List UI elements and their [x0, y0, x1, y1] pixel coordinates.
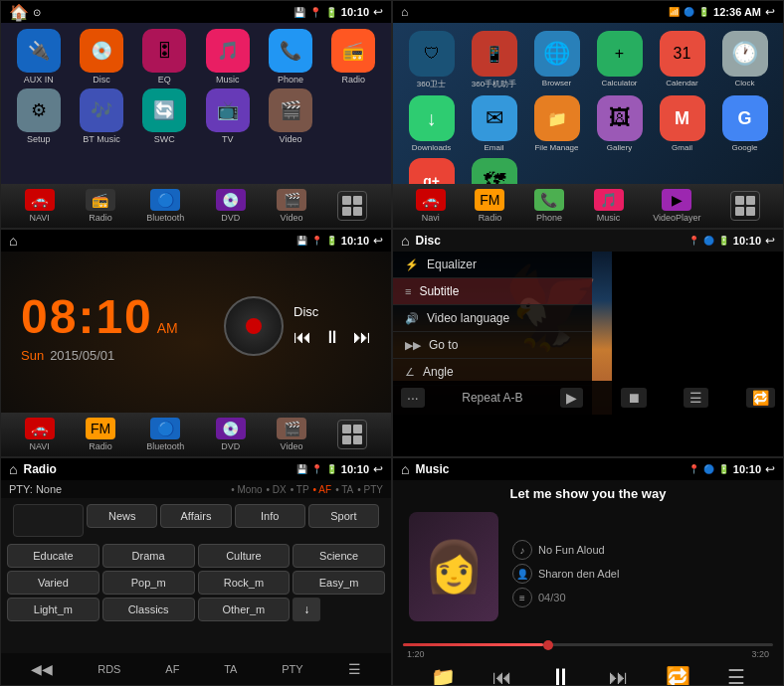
settings-icon[interactable]: ☰ [348, 661, 361, 677]
app-disc[interactable]: 💿 Disc [72, 29, 130, 85]
home-icon-2[interactable]: ⌂ [401, 5, 408, 19]
next-button[interactable]: ⏭ [353, 327, 371, 348]
nav2-phone[interactable]: 📞 Phone [534, 189, 564, 223]
radio-btn-lightm[interactable]: Light_m [7, 598, 99, 621]
nav3-bt[interactable]: 🔵 Bluetooth [146, 418, 184, 451]
app-calculator[interactable]: + Calculator [591, 31, 648, 89]
app-calendar[interactable]: 31 Calendar [654, 31, 710, 89]
p4-time: 10:10 [733, 235, 761, 247]
nav2-radio[interactable]: FM Radio [475, 189, 504, 223]
music-prev-btn[interactable]: ⏮ [492, 666, 512, 687]
app-email[interactable]: ✉ Email [466, 95, 522, 152]
radio-btn-varied[interactable]: Varied [7, 571, 99, 595]
app-clock[interactable]: 🕐 Clock [716, 31, 773, 89]
app-eq[interactable]: 🎛 EQ [135, 29, 194, 85]
app-video[interactable]: 🎬 Video [261, 88, 319, 144]
music-next-btn[interactable]: ⏭ [609, 666, 629, 687]
menu-goto[interactable]: ▶▶ Go to [393, 332, 592, 359]
radio-btn-popm[interactable]: Pop_m [102, 571, 195, 595]
radio-btn-info[interactable]: Info [235, 504, 305, 528]
back-icon-1[interactable]: ↩ [373, 5, 383, 19]
home-icon-3[interactable]: ⌂ [9, 233, 17, 249]
grid-button-3[interactable] [337, 420, 367, 449]
vol-down-icon[interactable]: ◀◀ [31, 661, 53, 677]
grid-button-2[interactable] [730, 191, 760, 221]
radio-btn-educate[interactable]: Educate [7, 544, 99, 568]
radio-indicators: • Mono • DX • TP • AF • TA • PTY [231, 484, 383, 495]
folder-button[interactable]: 📁 [431, 665, 456, 686]
app-filemanage[interactable]: 📁 File Manage [528, 95, 585, 152]
ta-button[interactable]: TA [224, 663, 237, 675]
back-icon-4[interactable]: ↩ [765, 234, 775, 248]
app-downloads[interactable]: ↓ Downloads [403, 95, 460, 152]
app-btmusic[interactable]: 🎶 BT Music [72, 88, 130, 144]
nav-video[interactable]: 🎬 Video [277, 189, 306, 223]
nav2-vp[interactable]: ▶ VideoPlayer [653, 189, 700, 223]
app-music[interactable]: 🎵 Music [198, 29, 257, 85]
app-browser[interactable]: 🌐 Browser [528, 31, 585, 89]
radio-btn-drama[interactable]: Drama [102, 544, 195, 568]
home-icon-6[interactable]: ⌂ [401, 461, 409, 477]
menu-subtitle[interactable]: ≡ Subtitle [393, 278, 592, 305]
music-repeat-btn[interactable]: 🔁 [666, 665, 690, 686]
app-phone[interactable]: 📞 Phone [261, 29, 319, 85]
app-google-label: Google [732, 143, 758, 152]
app-aux-label: AUX IN [24, 75, 54, 85]
app-google[interactable]: G Google [716, 95, 773, 152]
nav-dvd-label: DVD [221, 213, 240, 223]
nav-dvd[interactable]: 💿 DVD [216, 189, 246, 223]
prev-button[interactable]: ⏮ [294, 327, 311, 348]
music-pause-btn[interactable]: ⏸ [549, 663, 573, 686]
progress-bar[interactable] [403, 643, 773, 646]
radio-scroll-btn[interactable]: ↓ [293, 598, 320, 621]
nav-navi[interactable]: 🚗 NAVI [25, 189, 55, 223]
back-icon-3[interactable]: ↩ [373, 234, 383, 248]
nav2-music[interactable]: 🎵 Music [594, 189, 624, 223]
p6-time: 10:10 [733, 463, 761, 475]
disc-arrow-btn[interactable]: ▶ [560, 388, 583, 408]
app-aux[interactable]: 🔌 AUX IN [9, 29, 68, 85]
radio-btn-culture[interactable]: Culture [198, 544, 291, 568]
nav-bluetooth[interactable]: 🔵 Bluetooth [146, 189, 184, 223]
menu-equalizer[interactable]: ⚡ Equalizer [393, 252, 592, 278]
grid-button[interactable] [337, 191, 367, 221]
rds-button[interactable]: RDS [98, 663, 120, 675]
radio-btn-news[interactable]: News [87, 504, 157, 528]
nav3-video[interactable]: 🎬 Video [277, 418, 306, 451]
app-360[interactable]: 📱 360手机助手 [466, 31, 522, 89]
pty-button[interactable]: PTY [282, 663, 302, 675]
back-icon-2[interactable]: ↩ [765, 5, 775, 19]
app-gmail[interactable]: M Gmail [654, 95, 710, 152]
home-icon[interactable]: 🏠 [9, 3, 29, 22]
disc-menu-btn[interactable]: ☰ [684, 388, 708, 408]
nav3-dvd[interactable]: 💿 DVD [216, 418, 246, 451]
radio-btn-sport[interactable]: Sport [308, 504, 379, 528]
app-radio[interactable]: 📻 Radio [324, 29, 383, 85]
radio-btn-science[interactable]: Science [293, 544, 385, 568]
music-menu-btn[interactable]: ☰ [727, 665, 745, 686]
menu-videolang[interactable]: 🔊 Video language [393, 305, 592, 332]
app-setup[interactable]: ⚙ Setup [9, 88, 68, 144]
app-swc[interactable]: 🔄 SWC [135, 88, 194, 144]
disc-stop-btn[interactable]: ⏹ [621, 388, 647, 408]
radio-btn-otherm[interactable]: Other_m [198, 598, 291, 621]
home-icon-4[interactable]: ⌂ [401, 233, 409, 249]
back-icon-6[interactable]: ↩ [765, 462, 775, 476]
home-icon-5[interactable]: ⌂ [9, 461, 17, 477]
app-360w[interactable]: 🛡 360卫士 [403, 31, 460, 89]
nav-radio[interactable]: 📻 Radio [86, 189, 115, 223]
back-icon-5[interactable]: ↩ [373, 462, 383, 476]
radio-btn-affairs[interactable]: Affairs [160, 504, 231, 528]
radio-btn-easym[interactable]: Easy_m [293, 571, 385, 595]
radio-btn-classics[interactable]: Classics [102, 598, 195, 621]
disc-repeat-btn[interactable]: 🔁 [746, 388, 775, 408]
nav3-radio[interactable]: FM Radio [86, 418, 115, 451]
radio-btn-rockm[interactable]: Rock_m [198, 571, 291, 595]
pause-button[interactable]: ⏸ [323, 327, 341, 348]
nav2-navi[interactable]: 🚗 Navi [416, 189, 446, 223]
disc-more-btn[interactable]: ··· [401, 388, 425, 408]
app-tv[interactable]: 📺 TV [198, 88, 257, 144]
nav3-navi[interactable]: 🚗 NAVI [25, 418, 55, 451]
app-gallery[interactable]: 🖼 Gallery [591, 95, 648, 152]
af-button[interactable]: AF [165, 663, 179, 675]
